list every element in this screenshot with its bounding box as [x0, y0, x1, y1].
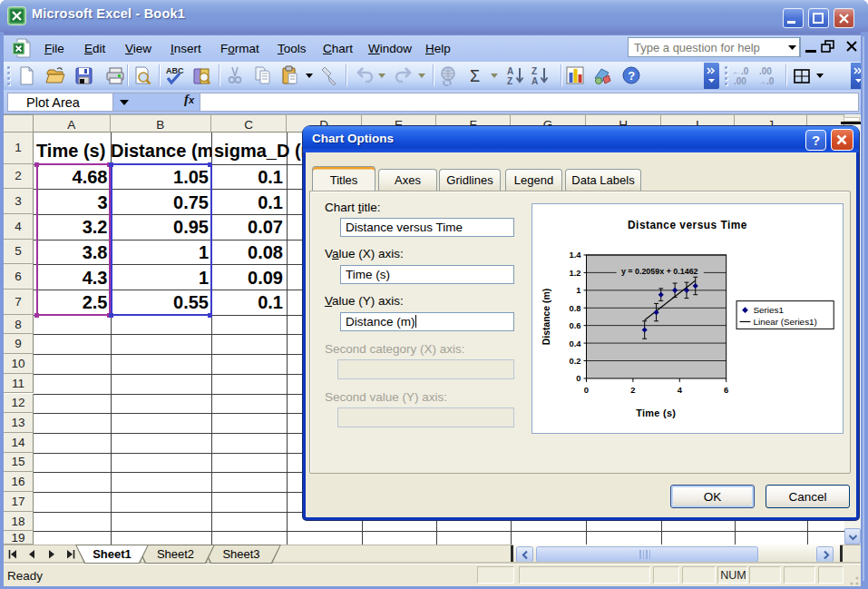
svg-text:.00: .00 — [734, 76, 746, 86]
svg-text:Distance (m): Distance (m) — [541, 289, 551, 345]
svg-text:Series1: Series1 — [753, 305, 784, 315]
svg-text:1.4: 1.4 — [569, 250, 581, 260]
svg-text:0.8: 0.8 — [569, 303, 580, 313]
svg-text:Sheet1: Sheet1 — [93, 547, 132, 561]
svg-text:2: 2 — [630, 385, 635, 395]
svg-text:0.2: 0.2 — [569, 356, 580, 366]
svg-text:0: 0 — [584, 385, 589, 395]
svg-text:1.2: 1.2 — [569, 268, 580, 278]
svg-text:→.0: →.0 — [757, 76, 775, 86]
svg-text:Z: Z — [532, 66, 537, 76]
svg-text:Time (s): Time (s) — [636, 407, 676, 418]
svg-text:?: ? — [628, 69, 635, 83]
svg-text:A: A — [507, 66, 513, 76]
svg-text:0.6: 0.6 — [569, 320, 580, 330]
svg-text:Σ: Σ — [470, 67, 480, 85]
svg-text:←.0: ←.0 — [732, 66, 749, 76]
svg-text:y = 0.2059x + 0.1462: y = 0.2059x + 0.1462 — [621, 267, 698, 276]
svg-text:A: A — [532, 76, 538, 86]
svg-text:Distance versus Time: Distance versus Time — [628, 219, 747, 231]
svg-text:0.4: 0.4 — [569, 339, 581, 348]
svg-text:Z: Z — [507, 76, 512, 86]
svg-text:1: 1 — [576, 285, 580, 295]
svg-text:0: 0 — [576, 373, 580, 383]
svg-text:4: 4 — [678, 385, 683, 395]
svg-text:.00: .00 — [759, 66, 772, 76]
svg-text:Linear (Series1): Linear (Series1) — [753, 317, 816, 327]
svg-text:ABC: ABC — [166, 66, 184, 75]
svg-text:6: 6 — [724, 385, 728, 395]
